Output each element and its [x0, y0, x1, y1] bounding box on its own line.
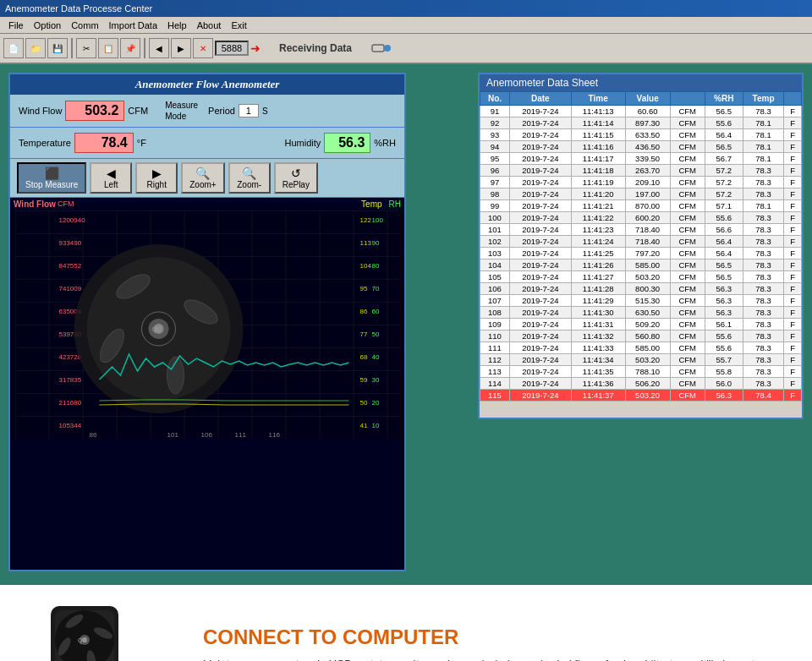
table-row: 99 2019-7-24 11:41:21 870.00 CFM 57.1 78…: [480, 200, 802, 212]
col-temp: Temp: [743, 92, 784, 106]
toolbar-paste-btn[interactable]: 📌: [120, 38, 140, 58]
cell-date: 2019-7-24: [509, 330, 571, 342]
cell-date: 2019-7-24: [509, 342, 571, 354]
svg-text:106: 106: [201, 431, 213, 439]
cell-no: 103: [480, 248, 510, 259]
cell-value: 585.00: [625, 342, 670, 354]
chart-svg: 1200940 933490 847552 741009 635004 5397…: [10, 210, 404, 439]
cell-temp: 78.3: [743, 165, 784, 177]
zoom-out-icon: 🔍: [242, 167, 256, 180]
svg-text:50: 50: [372, 330, 380, 338]
cell-unit2: F: [784, 106, 802, 117]
menu-file[interactable]: File: [3, 19, 29, 32]
toolbar-copy-btn[interactable]: 📋: [98, 38, 118, 58]
menu-help[interactable]: Help: [162, 19, 192, 32]
cell-temp: 78.3: [743, 236, 784, 248]
toolbar-sep1: [71, 38, 73, 58]
usb-icon: [370, 40, 391, 57]
cell-unit2: F: [784, 224, 802, 236]
table-row: 115 2019-7-24 11:41:37 503.20 CFM 56.3 7…: [480, 390, 802, 402]
toolbar-num-display: 5888: [215, 41, 249, 56]
wind-flow-value: 503.2: [65, 101, 124, 121]
cell-value: 503.20: [625, 354, 670, 366]
svg-text:40: 40: [372, 353, 380, 361]
svg-text:70: 70: [372, 285, 380, 292]
zoom-in-btn[interactable]: 🔍 Zoom+: [181, 162, 224, 194]
toolbar-fwd-btn[interactable]: ▶: [171, 38, 191, 58]
connect-title: CONNECT TO COMPUTER: [203, 625, 787, 649]
sw-measurements-row1: Wind Flow 503.2 CFM MeasureMode Period 1…: [10, 95, 404, 128]
cell-date: 2019-7-24: [509, 271, 571, 283]
temperature-group: Temperature 78.4 °F: [19, 133, 146, 153]
sw-controls: ⬛ Stop Measure ◀ Left ▶ Right 🔍 Zoom+ 🔍 …: [10, 159, 404, 198]
cell-unit: CFM: [670, 319, 705, 330]
cell-rh: 56.7: [705, 153, 743, 165]
menu-option[interactable]: Option: [29, 19, 66, 32]
left-icon: ◀: [107, 167, 116, 180]
table-row: 106 2019-7-24 11:41:28 800.30 CFM 56.3 7…: [480, 283, 802, 295]
cell-unit2: F: [784, 378, 802, 390]
zoom-out-btn[interactable]: 🔍 Zoom-: [228, 162, 271, 194]
cell-time: 11:41:16: [571, 141, 625, 153]
menu-comm[interactable]: Comm: [66, 19, 103, 32]
svg-text:100: 100: [372, 216, 384, 224]
toolbar-open-btn[interactable]: 📁: [25, 38, 46, 58]
cell-unit: CFM: [670, 248, 705, 259]
menu-exit[interactable]: Exit: [226, 19, 251, 32]
data-sheet-scroll[interactable]: No. Date Time Value %RH Temp 91 2019-7-2…: [480, 91, 802, 418]
cell-no: 92: [480, 117, 510, 129]
cell-no: 102: [480, 236, 510, 248]
cell-unit: CFM: [670, 153, 705, 165]
stop-measure-btn[interactable]: ⬛ Stop Measure: [17, 162, 86, 194]
menu-import[interactable]: Import Data: [104, 19, 162, 32]
toolbar-status: Receiving Data: [279, 42, 352, 54]
cell-value: 436.50: [625, 141, 670, 153]
sw-title: Anemometer Flow Anemometer: [10, 74, 404, 95]
cell-unit2: F: [784, 248, 802, 259]
cell-unit2: F: [784, 177, 802, 188]
table-row: 95 2019-7-24 11:41:17 339.50 CFM 56.7 78…: [480, 153, 802, 165]
cell-date: 2019-7-24: [509, 354, 571, 366]
cell-date: 2019-7-24: [509, 106, 571, 117]
toolbar-cut-btn[interactable]: ✂: [76, 38, 96, 58]
svg-text:QC: QC: [78, 637, 87, 644]
toolbar-new-btn[interactable]: 📄: [3, 38, 24, 58]
cell-unit2: F: [784, 259, 802, 271]
cell-rh: 55.6: [705, 212, 743, 224]
cell-temp: 78.1: [743, 141, 784, 153]
replay-btn[interactable]: ↺ RePlay: [274, 162, 318, 194]
cell-unit: CFM: [670, 271, 705, 283]
cell-unit2: F: [784, 390, 802, 402]
cell-time: 11:41:29: [571, 295, 625, 307]
cell-unit2: F: [784, 200, 802, 212]
table-row: 110 2019-7-24 11:41:32 560.80 CFM 55.6 7…: [480, 330, 802, 342]
menu-about[interactable]: About: [192, 19, 227, 32]
data-sheet-title: Anemometer Data Sheet: [480, 74, 802, 91]
svg-text:95: 95: [360, 285, 368, 292]
right-label: Right: [147, 180, 167, 189]
table-row: 107 2019-7-24 11:41:29 515.30 CFM 56.3 7…: [480, 295, 802, 307]
replay-icon: ↺: [291, 167, 301, 180]
cell-rh: 56.1: [705, 319, 743, 330]
svg-text:86: 86: [360, 308, 368, 315]
toolbar-stop-btn[interactable]: ✕: [193, 38, 213, 58]
connect-desc: Link to your computer via USB port, to m…: [203, 656, 787, 662]
humidity-label: Humidity: [285, 138, 321, 148]
toolbar-save-btn[interactable]: 💾: [47, 38, 68, 58]
svg-text:60: 60: [372, 308, 380, 315]
wind-flow-unit: CFM: [128, 106, 148, 116]
cell-date: 2019-7-24: [509, 141, 571, 153]
temperature-label: Temperature: [19, 138, 71, 148]
cell-date: 2019-7-24: [509, 153, 571, 165]
temperature-unit: °F: [137, 138, 146, 148]
cell-date: 2019-7-24: [509, 319, 571, 330]
data-sheet: Anemometer Data Sheet No. Date Time Valu…: [478, 73, 804, 419]
cell-rh: 56.3: [705, 390, 743, 402]
cell-rh: 57.2: [705, 165, 743, 177]
left-btn[interactable]: ◀ Left: [90, 162, 132, 194]
chart-windflow-label: Wind Flow: [14, 199, 56, 209]
toolbar-back-btn[interactable]: ◀: [149, 38, 169, 58]
cell-value: 60.60: [625, 106, 670, 117]
right-btn[interactable]: ▶ Right: [135, 162, 178, 194]
table-row: 93 2019-7-24 11:41:15 633.50 CFM 56.4 78…: [480, 129, 802, 141]
